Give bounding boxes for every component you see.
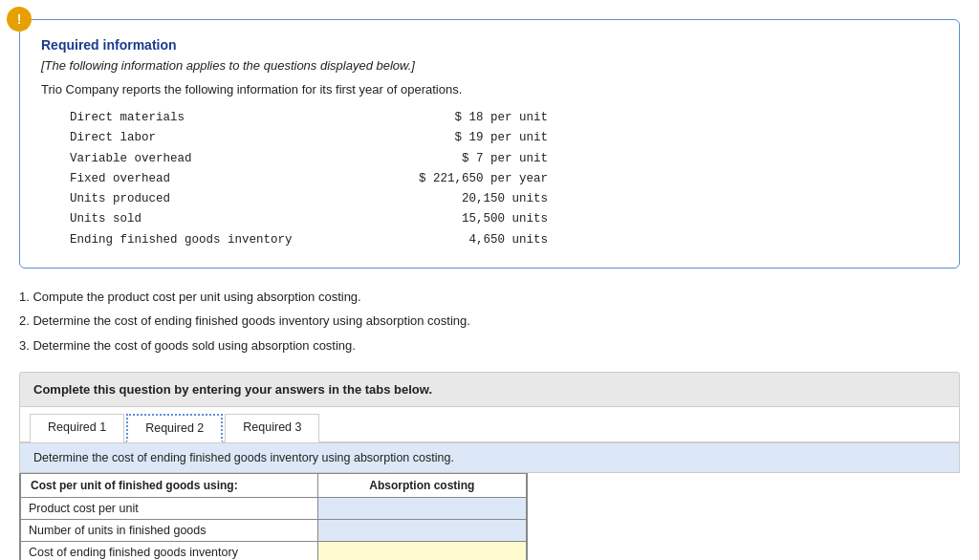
answer-row-input-cell[interactable] [317, 519, 526, 541]
answer-input[interactable] [318, 520, 526, 541]
answer-row: Product cost per unit [21, 497, 527, 519]
questions-section: 1. Compute the product cost per unit usi… [19, 286, 960, 356]
info-row: Fixed overhead$ 221,650 per year [70, 169, 548, 189]
info-row-value: $ 18 per unit [454, 108, 548, 128]
info-row: Direct materials$ 18 per unit [70, 108, 548, 128]
info-row-value: 4,650 units [468, 230, 548, 250]
info-row: Units sold15,500 units [70, 209, 548, 229]
answer-row-label: Number of units in finished goods [21, 519, 318, 541]
answer-row-input-cell[interactable] [317, 541, 526, 560]
info-row-value: 15,500 units [462, 209, 548, 229]
tab-required-2[interactable]: Required 2 [126, 414, 223, 442]
info-row-value: $ 7 per unit [462, 149, 548, 169]
answer-row: Cost of ending finished goods inventory [21, 541, 527, 560]
answer-row-label: Product cost per unit [21, 497, 318, 519]
task-description: Determine the cost of ending finished go… [19, 443, 960, 473]
alert-icon: ! [7, 7, 32, 32]
answer-row-label: Cost of ending finished goods inventory [21, 541, 318, 560]
answer-table-body: Product cost per unitNumber of units in … [21, 497, 527, 560]
info-title: Required information [41, 37, 938, 53]
tab-required-3[interactable]: Required 3 [225, 414, 319, 442]
info-italic: [The following information applies to th… [41, 58, 938, 73]
question-item: 3. Determine the cost of goods sold usin… [19, 334, 960, 356]
answer-table-wrapper: Cost per unit of finished goods using: A… [19, 473, 528, 560]
answer-input[interactable] [318, 542, 526, 560]
info-row-label: Units produced [70, 189, 170, 209]
info-row: Direct labor$ 19 per unit [70, 128, 548, 148]
info-row: Ending finished goods inventory4,650 uni… [70, 230, 548, 250]
info-row-label: Fixed overhead [70, 169, 170, 189]
answer-row: Number of units in finished goods [21, 519, 527, 541]
info-row-value: $ 221,650 per year [419, 169, 548, 189]
info-row: Variable overhead$ 7 per unit [70, 149, 548, 169]
info-intro: Trio Company reports the following infor… [41, 82, 938, 97]
info-row-label: Direct materials [70, 108, 185, 128]
info-row-value: $ 19 per unit [454, 128, 548, 148]
info-row-label: Units sold [70, 209, 141, 229]
info-row-label: Ending finished goods inventory [70, 230, 293, 250]
question-item: 1. Compute the product cost per unit usi… [19, 286, 960, 308]
info-row: Units produced20,150 units [70, 189, 548, 209]
info-row-value: 20,150 units [462, 189, 548, 209]
info-row-label: Direct labor [70, 128, 156, 148]
tabs-bar: Required 1Required 2Required 3 [19, 407, 960, 443]
info-row-label: Variable overhead [70, 149, 192, 169]
answer-input[interactable] [318, 498, 526, 519]
answer-table: Cost per unit of finished goods using: A… [20, 473, 527, 560]
col1-header: Cost per unit of finished goods using: [21, 473, 318, 497]
tab-required-1[interactable]: Required 1 [30, 414, 124, 442]
info-box: ! Required information [The following in… [19, 19, 960, 269]
complete-instructions: Complete this question by entering your … [19, 372, 960, 407]
question-item: 2. Determine the cost of ending finished… [19, 310, 960, 332]
col2-header: Absorption costing [317, 473, 526, 497]
info-data-table: Direct materials$ 18 per unitDirect labo… [70, 108, 938, 250]
answer-row-input-cell[interactable] [317, 497, 526, 519]
